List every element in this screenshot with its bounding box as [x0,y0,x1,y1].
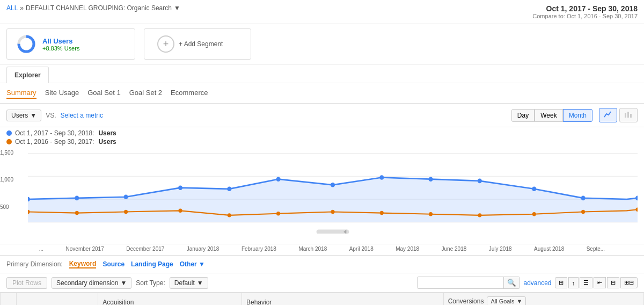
table-search-button[interactable]: 🔍 [503,277,519,288]
all-goals-dropdown-icon: ▼ [516,298,522,304]
breadcrumb-channel: DEFAULT CHANNEL GROUPING: Organic Search [26,4,172,12]
week-button[interactable]: Week [535,109,562,122]
chart-point-compare [276,212,280,215]
table-search-box: 🔍 [417,277,520,289]
chart-point [227,187,231,192]
list-view-button[interactable]: ☰ [580,277,592,288]
table-search-input[interactable] [418,278,503,288]
dimension-bar: Primary Dimension: Keyword Source Landin… [0,256,644,273]
breadcrumb-dropdown-icon[interactable]: ▼ [174,4,180,12]
col-keyword-header[interactable]: Keyword ? [17,293,98,306]
sub-tab-ecommerce[interactable]: Ecommerce [171,88,208,99]
chart-legend: Oct 1, 2017 - Sep 30, 2018: Users Oct 1,… [0,127,644,148]
chart-area: 1,500 1,000 500 [0,148,644,244]
sub-tab-goal-set-1[interactable]: Goal Set 1 [87,88,120,99]
svg-rect-2 [625,113,626,118]
chart-point [331,183,335,187]
y-label-500: 500 [0,204,21,210]
dim-keyword[interactable]: Keyword [69,260,97,268]
line-chart-icon [604,111,612,118]
chart-point-compare [429,212,433,216]
export-button[interactable]: ↑ [568,277,579,288]
expand-button[interactable]: ⇤ [594,277,606,288]
secondary-dimension-dropdown[interactable]: Secondary dimension ▼ [52,277,131,289]
chart-point [276,177,281,181]
sort-dropdown-arrow-icon: ▼ [197,279,203,287]
period-buttons: Day Week Month [511,109,592,122]
date-range-primary: Oct 1, 2017 - Sep 30, 2018 [532,4,638,13]
date-range: Oct 1, 2017 - Sep 30, 2018 Compare to: O… [532,4,638,19]
y-label-1500: 1,500 [0,150,21,156]
advanced-link[interactable]: advanced [523,279,551,287]
grid-view-button[interactable]: ⊞ [555,277,567,288]
chart-point [478,179,482,184]
conversions-group-header: Conversions All Goals ▼ [443,293,643,306]
data-table: Keyword ? Acquisition Behavior Conversio… [0,293,644,305]
dropdown-arrow-icon: ▼ [120,279,127,287]
table-controls: Plot Rows Secondary dimension ▼ Sort Typ… [0,273,644,293]
sub-tab-summary[interactable]: Summary [6,88,36,99]
tab-explorer[interactable]: Explorer [6,67,49,83]
x-label: August 2018 [534,246,564,252]
breadcrumb-all[interactable]: ALL [6,4,18,12]
x-label: March 2018 [298,246,327,252]
add-segment-icon: + [157,35,174,53]
all-goals-select[interactable]: All Goals ▼ [487,296,526,305]
bar-chart-button[interactable] [619,108,638,122]
chart-point [75,196,79,201]
all-users-segment[interactable]: All Users +8.83% Users [6,28,135,60]
svg-rect-4 [630,114,632,118]
more-button[interactable]: ⊞⊟ [620,277,638,288]
x-label: January 2018 [187,246,219,252]
dim-landing-page[interactable]: Landing Page [131,260,173,268]
legend-label-primary: Oct 1, 2017 - Sep 30, 2018: [15,129,94,137]
x-label: November 2017 [66,246,104,252]
dim-source[interactable]: Source [103,260,125,268]
date-range-compare: Compare to: Oct 1, 2016 - Sep 30, 2017 [532,13,638,19]
legend-dot-compare [6,139,12,144]
segment-donut-icon [16,33,37,55]
segments-bar: All Users +8.83% Users + + Add Segment [0,24,644,64]
plot-rows-button[interactable]: Plot Rows [6,277,47,289]
chart-svg [28,148,638,234]
day-button[interactable]: Day [511,109,535,122]
chart-point [178,185,182,190]
chart-point-compare [331,210,334,214]
behavior-group-header: Behavior [242,293,444,306]
view-buttons: ⊞ ↑ ☰ ⇤ ⊟ ⊞⊟ [555,277,638,288]
x-label: April 2018 [349,246,374,252]
chart-point [532,187,536,192]
x-label: Septe... [587,246,605,252]
add-segment-label: + Add Segment [179,40,223,48]
month-button[interactable]: Month [563,109,592,122]
acquisition-group-header: Acquisition [98,293,242,306]
x-label: ... [39,246,43,252]
select-metric-link[interactable]: Select a metric [61,112,103,119]
breadcrumb-arrow1: » [20,4,24,12]
legend-metric-compare: Users [98,138,116,146]
x-label: June 2018 [442,246,467,252]
users-metric-dropdown[interactable]: Users ▼ [6,110,41,121]
x-label: December 2017 [126,246,164,252]
x-label: May 2018 [396,246,419,252]
bar-chart-icon [624,111,633,118]
chart-point [124,194,128,199]
sort-type-label: Sort Type: [136,279,165,287]
line-chart-button[interactable] [599,108,617,122]
sub-tab-goal-set-2[interactable]: Goal Set 2 [129,88,162,99]
chart-point [581,196,586,201]
tab-bar: Explorer [0,64,644,83]
sort-default-dropdown[interactable]: Default ▼ [170,277,208,289]
legend-metric-primary: Users [98,129,116,137]
dim-other[interactable]: Other ▼ [180,260,205,268]
sub-tab-site-usage[interactable]: Site Usage [45,88,79,99]
chart-point-compare [124,210,128,214]
svg-rect-3 [627,112,629,118]
chart-point-compare [228,213,231,217]
add-segment-button[interactable]: + + Add Segment [144,28,251,60]
col-checkbox [1,293,17,306]
columns-button[interactable]: ⊟ [607,277,619,288]
chart-point-compare [581,210,585,214]
chart-point [429,177,433,181]
x-label: July 2018 [489,246,512,252]
